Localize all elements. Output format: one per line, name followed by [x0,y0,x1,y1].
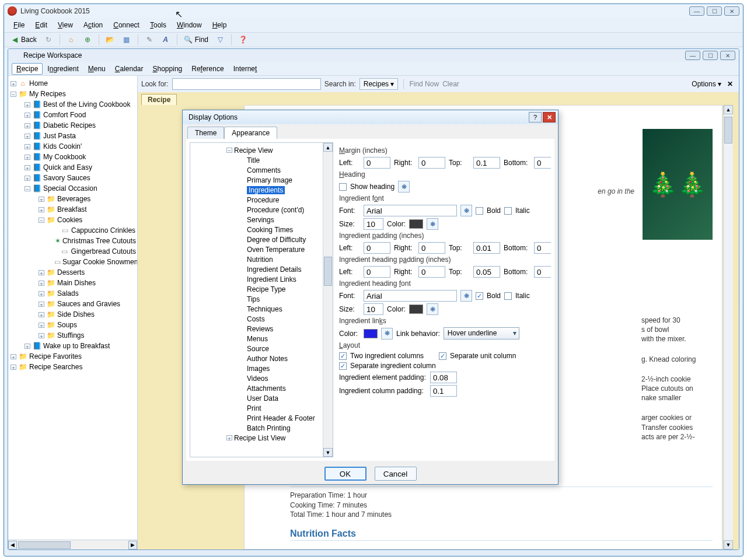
dialog-tree-item[interactable]: Ingredient Links [191,274,322,284]
clear-button[interactable]: Clear [442,80,459,88]
dialog-tree-item[interactable]: Images [191,363,322,373]
tree-recipe-item[interactable]: ✶Christmas Tree Cutouts [9,236,136,246]
tree-recipe-item[interactable]: ▭Cappuccino Crinkles [9,225,136,236]
dialog-tree-item[interactable]: Procedure [191,195,322,205]
col-pad-input[interactable] [430,385,457,397]
close-button[interactable]: ✕ [724,6,739,16]
inghead-size-input[interactable] [364,303,383,315]
dialog-tree-item[interactable]: Attachments [191,383,322,393]
tree-folder-item[interactable]: +📁Soups [9,320,136,330]
ing-color-picker-icon[interactable]: ❋ [427,218,438,230]
dialog-tree-item[interactable]: Recipe Type [191,284,322,294]
search-in-dropdown[interactable]: Recipes ▾ [359,78,399,90]
dialog-tree-item[interactable]: Source [191,344,322,354]
minimize-button[interactable]: — [689,6,704,16]
forward-button[interactable]: ↻ [41,34,55,46]
inghead-font-picker-icon[interactable]: ❋ [460,290,472,302]
edit-button[interactable]: ✎ [142,34,156,46]
dialog-tree-item[interactable]: Menus [191,334,322,344]
tree-book-item[interactable]: +📘Kids Cookin' [9,141,136,152]
calendar-button[interactable]: ▦ [120,34,134,46]
ing-size-input[interactable] [364,218,383,230]
dialog-tree-item[interactable]: Comments [191,165,322,175]
menu-file[interactable]: File [9,19,29,31]
ingpad-left[interactable] [364,242,390,254]
find-button[interactable]: 🔍Find [181,34,211,46]
margin-top-input[interactable] [473,157,500,169]
elem-pad-input[interactable] [430,372,457,383]
open-button[interactable]: 📂 [103,34,117,46]
ok-button[interactable]: OK [324,467,366,481]
dialog-tree-item[interactable]: Costs [191,314,322,324]
look-for-input[interactable] [172,78,321,90]
heading-settings-icon[interactable]: ❋ [398,181,410,192]
tree-folder-item[interactable]: +📁Side Dishes [9,309,136,320]
document-scrollbar[interactable]: ▲▼ [723,105,733,550]
dialog-tree-item[interactable]: Nutrition [191,254,322,264]
tree-book-item[interactable]: +📘Quick and Easy [9,162,136,173]
tree-book-item[interactable]: +📘Savory Sauces [9,173,136,183]
inghpad-top[interactable] [473,266,500,278]
margin-bottom-input[interactable] [534,157,551,169]
font-button[interactable]: A [159,34,173,46]
menu-help[interactable]: Help [208,19,232,31]
margin-right-input[interactable] [418,157,445,169]
tree-book-item[interactable]: +📘Comfort Food [9,110,136,120]
dialog-tree-item[interactable]: User Data [191,393,322,403]
dialog-tree-item[interactable]: Techniques [191,304,322,314]
dialog-tree-item[interactable]: Ingredients [191,185,322,195]
ing-font-input[interactable] [364,205,457,216]
cancel-button[interactable]: Cancel [375,467,417,481]
dialog-tree-item[interactable]: Ingredient Details [191,264,322,274]
ws-menu-calendar[interactable]: Calendar [110,63,148,75]
dialog-tree-item[interactable]: Print [191,403,322,413]
tree-folder-item[interactable]: +📁Desserts [9,267,136,278]
tree-folder-item[interactable]: +📁Salads [9,288,136,299]
navigation-tree[interactable]: +⌂Home −📁My Recipes +📘Best of the Living… [8,76,137,540]
recipe-tab[interactable]: Recipe [141,94,177,105]
ingpad-top[interactable] [473,242,500,254]
inghpad-bottom[interactable] [534,266,551,278]
dialog-tree-item[interactable]: Print Header & Footer [191,413,322,423]
dialog-tree-item[interactable]: Servings [191,215,322,225]
dialog-tree-scrollbar[interactable]: ▲▼ [323,143,333,457]
dialog-tree-item[interactable]: Degree of Difficulty [191,235,322,244]
margin-left-input[interactable] [364,157,390,169]
ws-menu-recipe[interactable]: Recipe [12,63,43,75]
show-heading-checkbox[interactable] [339,183,347,191]
tree-folder-item[interactable]: +📁Beverages [9,194,136,204]
tab-appearance[interactable]: Appearance [224,127,277,139]
dialog-tree-item[interactable]: Videos [191,373,322,383]
dialog-tree-item[interactable]: Title [191,155,322,165]
sep-unit-checkbox[interactable] [439,352,446,360]
menu-edit[interactable]: Edit [30,19,52,31]
help-button[interactable]: ❓ [236,34,250,46]
ing-font-color-swatch[interactable] [409,219,423,229]
font-picker-icon[interactable]: ❋ [460,205,472,216]
ws-minimize-button[interactable]: — [685,51,700,60]
dialog-help-button[interactable]: ? [529,112,542,123]
menu-window[interactable]: Window [172,19,207,31]
ws-menu-reference[interactable]: Reference [187,63,228,75]
tree-folder-item[interactable]: +📁Stuffings [9,330,136,341]
sep-ing-checkbox[interactable] [339,362,347,370]
link-behavior-dropdown[interactable]: Hover underline [444,327,519,340]
tree-recipe-item[interactable]: ▭Gingerbread Cutouts [9,246,136,257]
tree-recipe-item[interactable]: ▭Sugar Cookie Snowmen [9,257,136,267]
dialog-close-button[interactable]: ✕ [543,112,556,123]
ws-maximize-button[interactable]: ☐ [703,51,718,60]
dialog-tree-item[interactable]: Author Notes [191,354,322,363]
dialog-tree-item[interactable]: Tips [191,294,322,304]
search-close-button[interactable]: ✕ [725,80,735,88]
dialog-tree[interactable]: −Recipe View TitleCommentsPrimary ImageI… [190,143,323,457]
ingpad-right[interactable] [418,242,445,254]
inghead-color-picker-icon[interactable]: ❋ [427,303,438,315]
home-button[interactable]: ⌂ [64,34,78,46]
filter-button[interactable]: ▽ [213,34,227,46]
ws-menu-ingredient[interactable]: Ingredient [43,63,83,75]
tree-folder-item[interactable]: +📁Main Dishes [9,278,136,288]
ing-bold-checkbox[interactable] [476,207,483,215]
ws-menu-internet[interactable]: Internet [229,63,262,75]
add-button[interactable]: ⊕ [81,34,95,46]
ingpad-bottom[interactable] [534,242,551,254]
